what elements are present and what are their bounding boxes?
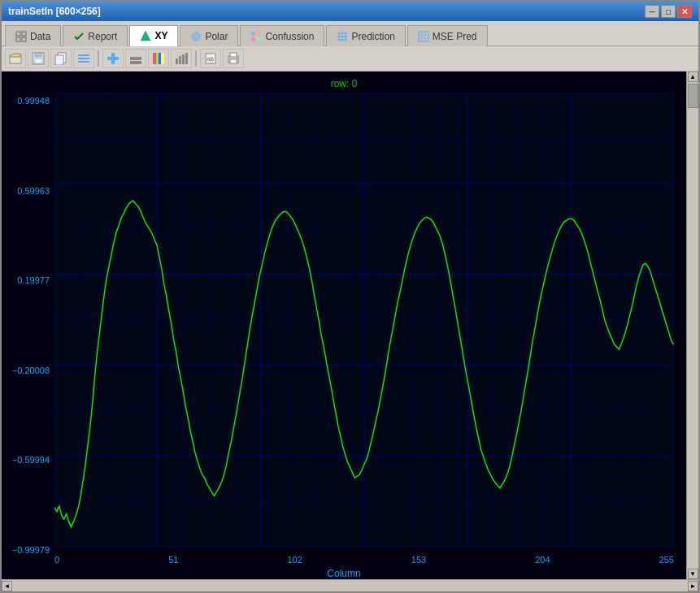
x-label-0: 0 [54,555,59,565]
polar-tab-icon [190,31,202,42]
tool-copy[interactable] [50,49,72,68]
minimize-button[interactable]: ─ [645,5,659,18]
title-bar: trainSetIn [600×256] ─ □ ✕ [2,2,698,21]
tab-msepred[interactable]: MSE Pred [407,25,488,46]
svg-rect-53 [230,59,237,63]
svg-rect-48 [185,53,188,64]
svg-rect-42 [156,53,159,64]
tab-data-label: Data [30,31,50,42]
x-label-4: 204 [535,555,550,565]
svg-point-20 [341,38,344,41]
tool-zoom-in[interactable] [102,49,124,68]
svg-rect-10 [257,32,261,36]
mse-tab-icon [418,31,429,42]
scroll-up-arrow[interactable]: ▲ [688,71,698,82]
svg-rect-39 [130,57,141,60]
chart-svg-wrapper [54,93,674,547]
separator-1 [98,50,99,67]
x-axis-labels: 0 51 102 153 204 255 [54,555,674,565]
tab-prediction-label: Prediction [351,31,394,42]
svg-rect-22 [419,32,428,41]
tab-prediction[interactable]: Prediction [326,25,405,46]
window-title: trainSetIn [600×256] [8,6,101,17]
tab-data[interactable]: Data [5,25,61,46]
tool-bars[interactable] [171,49,192,68]
separator-2 [195,50,197,67]
svg-rect-3 [22,37,26,41]
svg-rect-31 [34,58,42,63]
close-button[interactable]: ✕ [677,5,692,18]
svg-point-18 [345,35,347,37]
tool-print[interactable] [223,49,244,68]
main-window: trainSetIn [600×256] ─ □ ✕ Data Report X… [0,0,700,593]
tab-msepred-label: MSE Pred [433,31,477,42]
tool-open[interactable] [5,49,26,68]
svg-rect-40 [130,61,141,64]
tab-confussion-label: Confussion [265,31,314,42]
y-label-4: −0.59994 [3,455,53,465]
chart-svg [54,93,674,547]
tool-save[interactable] [28,49,49,68]
main-area: row: 0 0.99948 0.59963 0.19977 −0.20008 … [2,71,698,579]
x-label-5: 255 [659,555,674,565]
svg-point-16 [338,35,341,37]
y-axis: 0.99948 0.59963 0.19977 −0.20008 −0.5999… [2,71,54,579]
tool-colors[interactable] [148,49,169,68]
scroll-thumb[interactable] [688,84,698,108]
y-label-1: 0.59963 [3,186,53,196]
y-label-5: −0.99979 [3,545,53,555]
svg-rect-9 [251,32,255,36]
y-label-3: −0.20008 [3,366,53,375]
tab-bar: Data Report XY Polar [2,21,698,46]
svg-rect-2 [16,37,20,41]
svg-marker-28 [10,54,20,57]
scroll-left-arrow[interactable]: ◄ [2,581,12,591]
scrollbar-horizontal[interactable]: ◄ ► [2,579,698,591]
svg-rect-36 [78,61,89,63]
chart-area: row: 0 0.99948 0.59963 0.19977 −0.20008 … [2,71,686,579]
tab-confussion[interactable]: Confussion [240,25,324,46]
svg-rect-1 [22,32,26,36]
svg-point-15 [345,32,347,34]
svg-rect-12 [257,37,261,41]
svg-rect-46 [179,56,181,64]
tab-polar[interactable]: Polar [180,25,238,46]
report-tab-icon [73,31,85,42]
svg-marker-4 [141,31,150,41]
scroll-down-arrow[interactable]: ▼ [688,569,698,579]
xy-tab-icon [140,30,151,41]
svg-rect-44 [161,53,164,64]
svg-point-19 [338,38,341,41]
tab-xy[interactable]: XY [129,25,178,46]
data-tab-icon [15,31,27,42]
svg-rect-35 [78,58,89,59]
tab-xy-label: XY [154,30,167,41]
tab-report[interactable]: Report [63,25,128,46]
svg-point-13 [338,32,341,34]
tool-zoom-out[interactable] [125,49,146,68]
tab-report-label: Report [88,31,117,42]
svg-rect-11 [251,37,255,41]
scroll-right-arrow[interactable]: ► [688,581,698,591]
svg-rect-33 [55,55,63,65]
window-controls: ─ □ ✕ [645,5,692,18]
svg-point-14 [341,32,344,34]
x-label-3: 153 [411,555,426,565]
svg-point-21 [345,38,347,41]
svg-rect-47 [182,54,185,64]
tab-polar-label: Polar [205,31,228,42]
svg-rect-30 [35,53,41,57]
svg-rect-41 [153,53,156,64]
svg-text:ab: ab [207,55,214,63]
prediction-tab-icon [337,31,348,42]
svg-point-54 [236,58,237,59]
scrollbar-vertical[interactable]: ▲ ▼ [686,71,698,579]
y-label-2: 0.19977 [3,275,53,285]
tool-grid[interactable]: ab [200,49,221,68]
scroll-h-track [12,581,688,591]
x-axis-title: Column [2,568,686,579]
svg-rect-34 [78,54,89,56]
maximize-button[interactable]: □ [661,5,676,18]
tool-settings[interactable] [73,49,94,68]
svg-rect-52 [230,53,237,57]
